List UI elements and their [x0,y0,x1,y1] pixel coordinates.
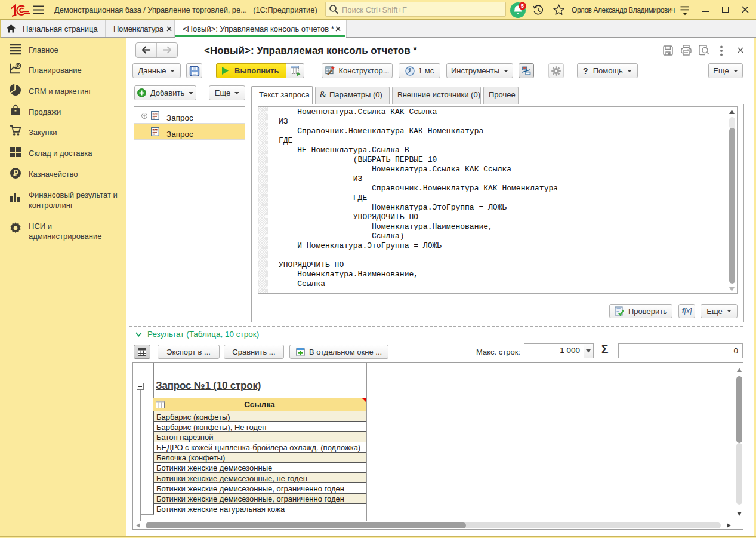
svg-text:5: 5 [521,2,524,9]
